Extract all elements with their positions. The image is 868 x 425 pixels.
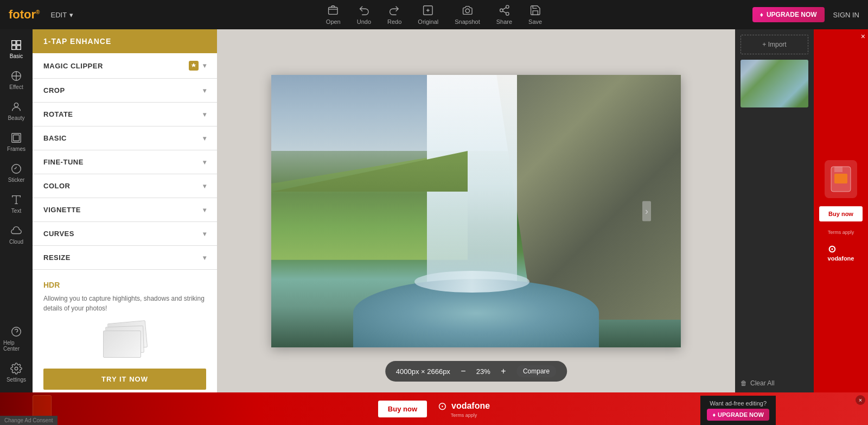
svg-rect-19 (834, 167, 843, 172)
chevron-down-icon: ▾ (203, 230, 207, 238)
chevron-down-icon: ▾ (203, 158, 207, 166)
original-button[interactable]: Original (418, 4, 438, 25)
save-button[interactable]: Save (528, 4, 542, 25)
basic-section-header[interactable]: BASIC ▾ (33, 126, 217, 150)
canvas-area: › 4000px × 2666px − 23% + Compare (217, 29, 735, 392)
undo-button[interactable]: Undo (357, 4, 371, 25)
ad-buy-button[interactable]: Buy now (819, 206, 863, 221)
sidebar-item-sticker[interactable]: Sticker (1, 158, 31, 187)
chevron-down-icon: ▾ (203, 135, 207, 142)
share-button[interactable]: Share (496, 4, 512, 25)
import-button[interactable]: + Import (741, 35, 808, 54)
sidebar-item-beauty[interactable]: Beauty (1, 97, 31, 125)
ad-sim-card (825, 160, 857, 198)
panel-section-basic: BASIC ▾ (33, 126, 217, 150)
svg-point-14 (12, 164, 21, 174)
hdr-section: HDR Allowing you to capture highlights, … (33, 270, 217, 392)
ad-terms: Terms apply (828, 230, 854, 235)
panel-section-rotate: ROTATE ▾ (33, 103, 217, 126)
rotate-header[interactable]: ROTATE ▾ (33, 103, 217, 126)
chevron-down-icon: ▾ (203, 182, 207, 190)
hdr-title: HDR (43, 281, 206, 289)
top-center-tools: Open Undo Redo Original (326, 4, 542, 25)
redo-button[interactable]: Redo (387, 4, 401, 25)
compare-button[interactable]: Compare (516, 365, 556, 377)
sidebar-label-frames: Frames (7, 146, 25, 152)
snapshot-button[interactable]: Snapshot (455, 4, 480, 25)
sidebar-item-basic[interactable]: Basic (1, 35, 31, 64)
hdr-icon (43, 322, 206, 360)
panel-section-crop: CROP ▾ (33, 79, 217, 103)
fine-tune-header[interactable]: FINE-TUNE ▾ (33, 150, 217, 174)
bottom-ad-banner: Buy now ⊙ vodafone Terms apply Want ad-f… (0, 392, 868, 425)
svg-point-2 (465, 9, 469, 12)
bottom-ad-terms: Terms apply (451, 413, 477, 418)
left-panel: 1-TAP ENHANCE MAGIC CLIPPER ▾ CROP ▾ (33, 29, 217, 392)
curves-header[interactable]: CURVES ▾ (33, 222, 217, 245)
app-logo: fotor® (9, 8, 40, 22)
sidebar-item-settings[interactable]: Settings (1, 358, 31, 387)
sidebar-label-sticker: Sticker (8, 177, 25, 183)
crop-header[interactable]: CROP ▾ (33, 79, 217, 102)
sidebar-item-help-center[interactable]: Help Center (1, 321, 31, 356)
clear-all-button[interactable]: 🗑 Clear All (741, 379, 808, 387)
sidebar-label-help: Help Center (3, 340, 29, 352)
image-dimensions: 4000px × 2666px (396, 367, 450, 376)
zoom-level: 23% (476, 367, 490, 376)
svg-point-16 (15, 367, 18, 370)
sidebar-label-effect: Effect (9, 84, 23, 90)
hdr-layer-3 (103, 331, 141, 358)
diamond-icon: ♦ (760, 11, 763, 18)
panel-section-resize: RESIZE ▾ (33, 246, 217, 270)
svg-rect-18 (834, 174, 847, 183)
chevron-down-icon: ▾ (69, 11, 73, 19)
sidebar-label-text: Text (11, 208, 21, 214)
sidebar-item-effect[interactable]: Effect (1, 66, 31, 94)
panel-section-curves: CURVES ▾ (33, 222, 217, 246)
zoom-out-button[interactable]: − (458, 366, 469, 377)
try-now-button[interactable]: TRY IT NOW (43, 369, 206, 390)
ad-sidebar: × Buy now Terms apply ⊙ vodafone (814, 29, 868, 392)
panel-section-color: COLOR ▾ (33, 174, 217, 198)
svg-rect-0 (329, 8, 338, 15)
trash-icon: 🗑 (741, 379, 747, 387)
vignette-header[interactable]: VIGNETTE ▾ (33, 198, 217, 221)
sidebar-item-text[interactable]: Text (1, 189, 31, 218)
ad-sidebar-close-button[interactable]: × (861, 32, 865, 41)
chevron-down-icon: ▾ (203, 254, 207, 262)
svg-point-3 (506, 5, 509, 9)
bottom-ad-content: Buy now ⊙ vodafone Terms apply (378, 399, 490, 418)
bottom-ad-close-button[interactable]: × (856, 395, 865, 405)
edit-dropdown[interactable]: EDIT ▾ (50, 11, 73, 19)
thumbnail-item[interactable] (741, 60, 808, 107)
vodafone-logo: ⊙ vodafone (828, 243, 854, 262)
next-arrow[interactable]: › (642, 201, 651, 221)
sidebar-item-frames[interactable]: Frames (1, 128, 31, 156)
image-container (271, 75, 681, 347)
zoom-in-button[interactable]: + (498, 366, 509, 377)
panel-section-magic-clipper: MAGIC CLIPPER ▾ (33, 53, 217, 79)
color-header[interactable]: COLOR ▾ (33, 174, 217, 198)
panel-section-fine-tune: FINE-TUNE ▾ (33, 150, 217, 174)
open-button[interactable]: Open (326, 4, 341, 25)
chevron-down-icon: ▾ (203, 87, 207, 94)
bottom-ad-buy-button[interactable]: Buy now (378, 401, 427, 417)
hdr-layers (103, 322, 146, 360)
thumbnail-image (741, 60, 808, 107)
sidebar-item-cloud[interactable]: Cloud (1, 220, 31, 249)
sign-in-button[interactable]: SIGN IN (833, 11, 859, 19)
top-bar: fotor® EDIT ▾ Open Undo Redo (0, 0, 868, 29)
sidebar-label-beauty: Beauty (8, 115, 24, 121)
change-ad-consent[interactable]: Change Ad Consent (0, 416, 58, 425)
panel-section-vignette: VIGNETTE ▾ (33, 198, 217, 222)
sidebar-label-settings: Settings (7, 377, 26, 383)
svg-point-15 (12, 327, 21, 337)
magic-clipper-header[interactable]: MAGIC CLIPPER ▾ (33, 53, 217, 78)
icon-bar: Basic Effect Beauty Frames (0, 29, 33, 392)
upgrade-button-top[interactable]: ♦ UPGRADE NOW (752, 7, 825, 22)
want-adfree-label: Want ad-free editing? (710, 400, 767, 407)
chevron-down-icon: ▾ (203, 206, 207, 214)
upgrade-button-bottom[interactable]: ♦ UPGRADE NOW (707, 409, 769, 421)
diamond-icon: ♦ (712, 411, 716, 418)
resize-header[interactable]: RESIZE ▾ (33, 246, 217, 269)
